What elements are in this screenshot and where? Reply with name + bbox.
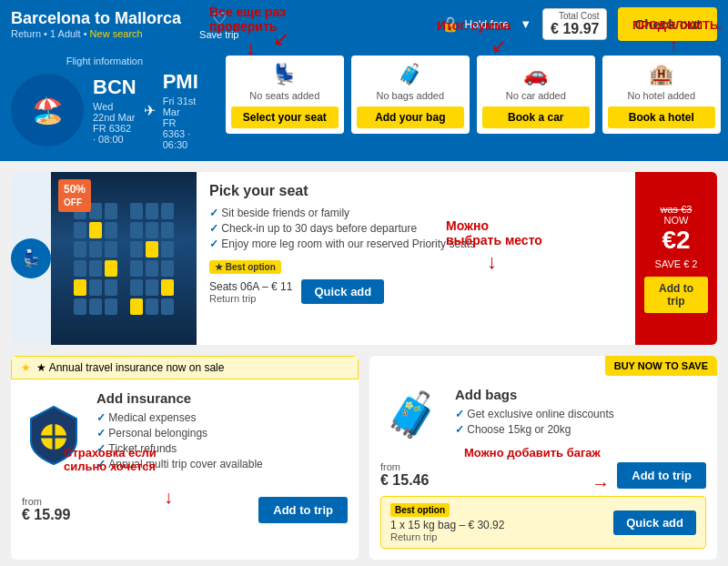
seat-sidebar-btn[interactable]: 💺 <box>11 238 51 278</box>
bags-best-option-text: 1 x 15 kg bag – € 30.92 <box>390 519 504 531</box>
page-title: Barcelona to Mallorca <box>11 9 181 28</box>
bags-best-option-badge: Best option <box>390 503 450 517</box>
insurance-add-btn[interactable]: Add to trip <box>258 497 348 523</box>
save-text: SAVE € 2 <box>655 258 698 269</box>
hotel-icon: 🏨 <box>649 63 673 86</box>
book-hotel-button[interactable]: Book a hotel <box>608 106 715 128</box>
save-trip-btn[interactable]: ♡ Save trip <box>199 9 238 40</box>
select-seat-button[interactable]: Select your seat <box>231 106 339 128</box>
promo-price: €2 <box>662 226 690 255</box>
seat-icon: 💺 <box>272 63 297 86</box>
destination-image: 🏖️ <box>11 74 84 147</box>
checkout-button[interactable]: Check out <box>618 7 717 41</box>
hold-fare: 🔒 Hold fare <box>441 15 510 33</box>
bags-add-btn[interactable]: Add to trip <box>617 462 706 489</box>
dest-code: PMI <box>163 70 198 94</box>
service-hotel: 🏨 No hotel added Book a hotel <box>602 56 721 134</box>
seat-image: 50%OFF <box>51 172 197 345</box>
bags-title: Add bags <box>455 387 706 402</box>
seat-promo: was €3 NOW €2 SAVE € 2 Add to trip <box>635 172 717 345</box>
heart-icon: ♡ <box>212 9 227 29</box>
service-bags: 🧳 No bags added Add your bag <box>351 56 470 134</box>
discount-badge: 50%OFF <box>58 179 91 212</box>
bags-features: Get exclusive online discounts Choose 15… <box>455 408 706 436</box>
car-icon: 🚗 <box>523 63 548 86</box>
shield-svg <box>26 402 81 466</box>
seat-quick-add-button[interactable]: Quick add <box>301 279 384 304</box>
bags-banner: BUY NOW TO SAVE <box>605 356 717 376</box>
bags-return-trip: Return trip <box>390 531 504 542</box>
insurance-price: € 15.99 <box>22 507 70 523</box>
seat-feature-3: Enjoy more leg room with our reserved Pr… <box>209 238 622 250</box>
seat-card-title: Pick your seat <box>209 183 622 199</box>
seat-features-list: Sit beside friends or family Check-in up… <box>209 207 622 250</box>
origin-code: BCN <box>93 76 136 99</box>
insurance-features: Medical expenses Personal belongings Tic… <box>96 411 348 470</box>
dropdown-icon[interactable]: ▼ <box>520 17 531 31</box>
bags-from: from <box>380 461 429 472</box>
seat-add-trip-button[interactable]: Add to trip <box>644 277 708 313</box>
plane-icon: ✈ <box>144 102 156 119</box>
lock-icon: 🔒 <box>441 15 460 33</box>
bags-icon: 🧳 <box>398 63 422 86</box>
seat-price-text: Seats 06A – € 11 <box>209 280 292 293</box>
was-price: was €3 <box>661 204 693 215</box>
seat-feature-2: Check-in up to 30 days before departure <box>209 222 622 235</box>
star-icon: ★ <box>21 361 31 374</box>
insurance-icon-area <box>22 390 86 478</box>
insurance-card: ★ ★ Annual travel insurance now on sale <box>11 356 359 560</box>
header-subtitle: Return • 1 Adult • New search <box>11 28 181 39</box>
insurance-from: from <box>22 496 70 507</box>
new-search-link[interactable]: New search <box>90 28 143 39</box>
seat-info: Pick your seat Sit beside friends or fam… <box>197 172 635 345</box>
bottom-cards-row: ★ ★ Annual travel insurance now on sale <box>11 356 717 560</box>
total-cost-box: Total Cost € 19.97 <box>542 8 607 40</box>
best-option-seat-badge: Best option <box>209 260 281 274</box>
add-bag-button[interactable]: Add your bag <box>357 106 464 128</box>
bags-quick-add-btn[interactable]: Quick add <box>613 510 696 535</box>
insurance-banner: ★ ★ Annual travel insurance now on sale <box>11 356 359 379</box>
bags-icon-area: 🧳 <box>380 387 444 443</box>
bags-price: € 15.46 <box>380 472 429 489</box>
seat-feature-1: Sit beside friends or family <box>209 207 622 219</box>
seat-card: 💺 50%OFF Pick your seat <box>11 172 717 345</box>
now-label: NOW <box>664 215 689 226</box>
flight-info-label: Flight information <box>66 56 143 66</box>
seat-return-trip: Return trip <box>209 293 292 304</box>
book-car-button[interactable]: Book a car <box>482 106 590 128</box>
bags-card: BUY NOW TO SAVE 🧳 Add bags Get exclusive… <box>369 356 717 560</box>
service-seat: 💺 No seats added Select your seat <box>226 56 344 134</box>
insurance-title: Add insurance <box>96 390 348 406</box>
service-car: 🚗 No car added Book a car <box>477 56 595 134</box>
